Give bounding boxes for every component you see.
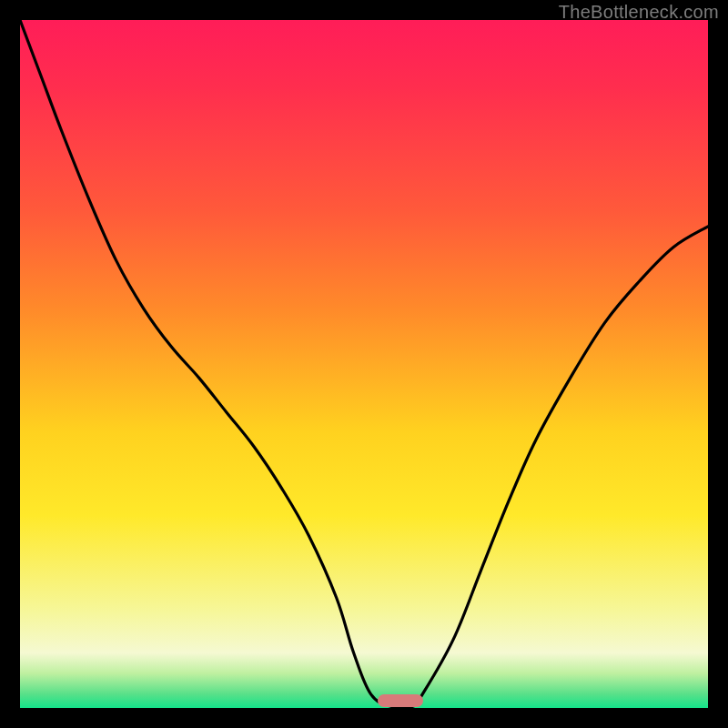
chart-frame: TheBottleneck.com [0, 0, 728, 728]
optimum-marker [378, 694, 423, 707]
chart-plot-area [20, 20, 708, 708]
bottleneck-curve [20, 20, 708, 708]
watermark-text: TheBottleneck.com [559, 2, 719, 23]
